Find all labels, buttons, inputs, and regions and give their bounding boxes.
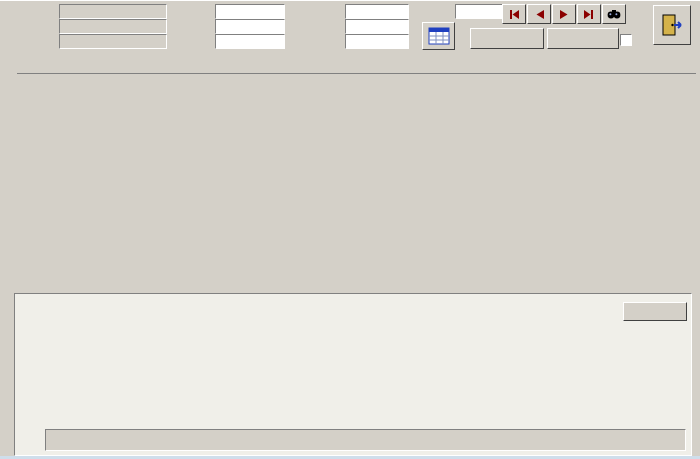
sale-inv-field[interactable] bbox=[215, 19, 285, 34]
annual-totals-button[interactable] bbox=[547, 28, 619, 49]
sale-inv-label bbox=[160, 19, 212, 32]
inv-target-label bbox=[160, 4, 212, 17]
lt-target-label bbox=[160, 34, 212, 47]
chart-legend bbox=[45, 429, 686, 451]
family-field[interactable] bbox=[59, 19, 167, 34]
inv-target-field[interactable] bbox=[215, 4, 285, 19]
spreadsheet-icon-button[interactable] bbox=[422, 22, 455, 50]
subfamily-label bbox=[4, 34, 56, 47]
exit-door-icon bbox=[661, 13, 683, 37]
pricing-field[interactable] bbox=[345, 4, 409, 19]
previous-record-button[interactable] bbox=[527, 4, 551, 24]
pricing-label bbox=[280, 4, 342, 17]
strategy-field[interactable] bbox=[345, 19, 409, 34]
next-record-button[interactable] bbox=[552, 4, 576, 24]
last-record-button[interactable] bbox=[577, 4, 601, 24]
calc-dd-label bbox=[404, 4, 452, 17]
demand-planning-window bbox=[0, 0, 700, 459]
npd-field[interactable] bbox=[345, 34, 409, 49]
header-panel bbox=[0, 1, 700, 52]
sbu-label bbox=[4, 4, 56, 17]
hide-graphs-button[interactable] bbox=[470, 28, 544, 49]
graph-panel bbox=[14, 293, 692, 456]
calc-dd-field[interactable] bbox=[455, 4, 505, 19]
sbu-field[interactable] bbox=[59, 4, 167, 19]
find-icon[interactable] bbox=[602, 4, 626, 24]
forecast-chart bbox=[16, 294, 690, 434]
exit-button[interactable] bbox=[653, 5, 691, 45]
npd-label bbox=[280, 34, 342, 47]
lt-target-field[interactable] bbox=[215, 34, 285, 49]
autorecalc-control bbox=[620, 34, 636, 46]
planning-grid bbox=[17, 73, 696, 74]
family-label bbox=[4, 19, 56, 32]
spreadsheet-icon bbox=[428, 27, 450, 45]
subfamily-field[interactable] bbox=[59, 34, 167, 49]
refresh-button[interactable] bbox=[623, 302, 687, 321]
first-record-button[interactable] bbox=[502, 4, 526, 24]
autorecalc-checkbox[interactable] bbox=[620, 34, 632, 46]
record-navigation bbox=[502, 4, 626, 24]
strategy-label bbox=[280, 19, 342, 32]
